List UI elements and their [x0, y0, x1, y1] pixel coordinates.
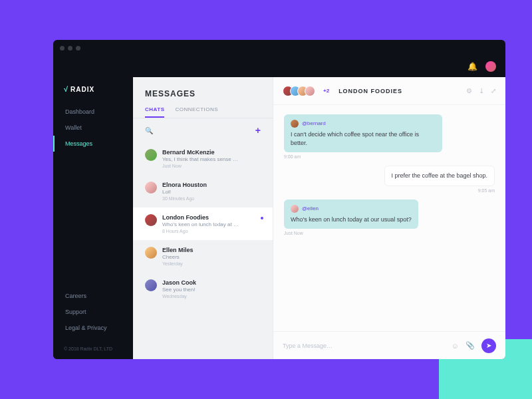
chat-avatar: [145, 149, 157, 161]
chat-info: London Foodies Who's keen on lunch today…: [162, 214, 261, 233]
nav-messages[interactable]: Messages: [53, 136, 133, 152]
chat-avatar: [145, 214, 157, 226]
chat-item[interactable]: Jason Cook See you then! Wednesday: [133, 273, 273, 305]
content: MESSAGES CHATS CONNECTIONS 🔍 + Bernard M…: [133, 77, 505, 359]
chat-item[interactable]: Ellen Miles Cheers Yesterday: [133, 240, 273, 273]
conversation-panel: +2 LONDON FOODIES ⚙ ⤓ ⤢ @bernard: [273, 77, 505, 359]
chat-name: Ellen Miles: [162, 247, 261, 253]
attachment-icon[interactable]: 📎: [466, 341, 475, 350]
conversation-title: LONDON FOODIES: [338, 88, 402, 94]
chat-name: Jason Cook: [162, 279, 261, 286]
nav-support[interactable]: Support: [53, 304, 133, 320]
chat-avatar: [145, 247, 157, 259]
bell-icon[interactable]: 🔔: [467, 62, 477, 71]
nav-dashboard[interactable]: Dashboard: [53, 104, 133, 120]
chat-avatar: [145, 182, 157, 194]
message-header: @ellen: [291, 205, 412, 213]
window-titlebar: [53, 40, 505, 56]
nav-wallet[interactable]: Wallet: [53, 120, 133, 136]
message-time: 9:00 am: [284, 154, 442, 159]
sender-avatar: [291, 120, 299, 128]
chat-time: 8 Hours Ago: [162, 229, 261, 233]
sender-name: @ellen: [302, 205, 319, 212]
chat-list: Bernard McKenzie Yes, I think that makes…: [133, 142, 273, 359]
nav-main: Dashboard Wallet Messages: [53, 104, 133, 288]
user-avatar[interactable]: [485, 61, 496, 72]
extra-participants: +2: [323, 88, 329, 94]
chat-info: Ellen Miles Cheers Yesterday: [162, 247, 261, 266]
messages-area: @bernard I can't decide which coffee spo…: [273, 105, 505, 331]
chat-item[interactable]: Elnora Houston Lol! 30 Minutes Ago: [133, 175, 273, 207]
send-button[interactable]: ➤: [481, 338, 496, 353]
message-text: I prefer the coffee at the bagel shop.: [392, 172, 487, 180]
chat-name: Bernard McKenzie: [162, 149, 261, 156]
message-header: @bernard: [291, 120, 436, 128]
app-window: 🔔 √ RADIX Dashboard Wallet Messages Care…: [53, 40, 505, 359]
chat-time: Yesterday: [162, 261, 261, 266]
conversation-header: +2 LONDON FOODIES ⚙ ⤓ ⤢: [273, 77, 505, 105]
chat-time: Just Now: [162, 164, 261, 168]
logo-mark: √: [64, 85, 68, 93]
close-dot[interactable]: [60, 46, 65, 51]
message-bubble: @bernard I can't decide which coffee spo…: [284, 114, 442, 152]
message-received: @bernard I can't decide which coffee spo…: [284, 114, 442, 159]
tab-chats[interactable]: CHATS: [145, 106, 164, 118]
download-icon[interactable]: ⤓: [479, 87, 484, 94]
chat-time: 30 Minutes Ago: [162, 196, 261, 201]
add-chat-button[interactable]: +: [255, 125, 261, 136]
app-header: 🔔: [53, 56, 505, 77]
emoji-icon[interactable]: ☺: [452, 342, 459, 350]
nav-careers[interactable]: Careers: [53, 288, 133, 304]
chat-preview: Lol!: [162, 189, 261, 195]
messages-title: MESSAGES: [133, 89, 273, 106]
message-time: 9:05 am: [384, 188, 495, 193]
chat-preview: Who's keen on lunch today at …: [162, 221, 261, 227]
message-text: Who's keen on lunch today at our usual s…: [291, 215, 412, 224]
message-sent: I prefer the coffee at the bagel shop. 9…: [384, 166, 495, 193]
maximize-dot[interactable]: [76, 46, 80, 51]
copyright: © 2018 Radix DLT, LTD: [53, 341, 133, 354]
search-icon[interactable]: 🔍: [145, 127, 153, 134]
chat-time: Wednesday: [162, 294, 261, 299]
tab-connections[interactable]: CONNECTIONS: [175, 106, 218, 118]
message-input[interactable]: Type a Message…: [283, 342, 445, 349]
chat-item[interactable]: Bernard McKenzie Yes, I think that makes…: [133, 142, 273, 175]
chat-info: Elnora Houston Lol! 30 Minutes Ago: [162, 182, 261, 201]
chat-avatar: [145, 279, 157, 291]
nav-bottom: Careers Support Legal & Privacy: [53, 288, 133, 341]
chat-info: Jason Cook See you then! Wednesday: [162, 279, 261, 299]
chat-item-active[interactable]: London Foodies Who's keen on lunch today…: [133, 207, 273, 240]
chat-name: Elnora Houston: [162, 182, 261, 188]
settings-icon[interactable]: ⚙: [466, 87, 472, 94]
composer: Type a Message… ☺ 📎 ➤: [273, 331, 505, 359]
message-received: @ellen Who's keen on lunch today at our …: [284, 200, 418, 236]
avatar-stack: [283, 86, 315, 96]
nav-legal[interactable]: Legal & Privacy: [53, 320, 133, 336]
app-body: √ RADIX Dashboard Wallet Messages Career…: [53, 77, 505, 359]
participant-avatar: [305, 86, 315, 96]
message-bubble: I prefer the coffee at the bagel shop.: [384, 166, 495, 186]
expand-icon[interactable]: ⤢: [491, 87, 496, 94]
tabs: CHATS CONNECTIONS: [133, 106, 273, 118]
chat-info: Bernard McKenzie Yes, I think that makes…: [162, 149, 261, 168]
chat-preview: See you then!: [162, 287, 261, 293]
chat-name: London Foodies: [162, 214, 261, 221]
message-text: I can't decide which coffee spot near th…: [291, 130, 436, 147]
messages-panel: MESSAGES CHATS CONNECTIONS 🔍 + Bernard M…: [133, 77, 273, 359]
chat-preview: Yes, I think that makes sense …: [162, 156, 261, 162]
logo: √ RADIX: [53, 82, 133, 104]
search-row: 🔍 +: [133, 118, 273, 142]
message-time: Just Now: [284, 231, 418, 235]
minimize-dot[interactable]: [68, 46, 72, 51]
conversation-actions: ⚙ ⤓ ⤢: [466, 87, 496, 94]
sidebar: √ RADIX Dashboard Wallet Messages Career…: [53, 77, 133, 359]
message-bubble: @ellen Who's keen on lunch today at our …: [284, 200, 418, 229]
sender-name: @bernard: [302, 120, 326, 127]
chat-preview: Cheers: [162, 254, 261, 260]
sender-avatar: [291, 205, 299, 213]
logo-text: RADIX: [70, 86, 94, 93]
